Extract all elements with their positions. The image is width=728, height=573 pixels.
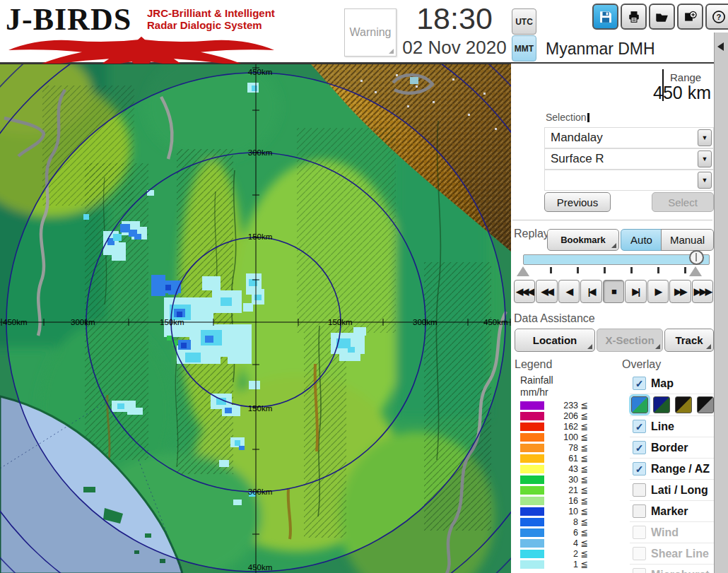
manual-button[interactable]: Manual	[661, 229, 714, 251]
overlay-row-line[interactable]: ✓Line	[630, 415, 714, 437]
slider-tick	[604, 267, 606, 273]
warning-button[interactable]: Warning	[344, 8, 397, 57]
overlay-row-range-az[interactable]: ✓Range / AZ	[630, 458, 714, 479]
playback-button-7[interactable]: ▶▶	[669, 280, 691, 303]
map-style-button[interactable]	[675, 396, 692, 413]
open-folder-button[interactable]	[649, 4, 675, 30]
svg-text:450km: 450km	[3, 318, 28, 326]
radar-map[interactable]: 450km 300km 150km 150km 300km 450km 450k…	[0, 64, 511, 573]
slider-tick	[684, 267, 686, 273]
legend-row: 2 ≦	[520, 548, 588, 559]
auto-button[interactable]: Auto	[621, 229, 662, 251]
legend-value: 2 ≦	[544, 548, 588, 559]
top-bar: J-BIRDS JRC-Brilliant & Intelligent Rada…	[0, 0, 728, 64]
checkbox[interactable]: ✓	[633, 462, 646, 475]
clock-time: 18:30	[401, 1, 507, 36]
slider-end-marker[interactable]	[689, 266, 702, 276]
print-button[interactable]	[621, 4, 647, 30]
legend-value: 6 ≦	[544, 527, 588, 538]
previous-button[interactable]: Previous	[544, 192, 611, 212]
checkbox[interactable]	[633, 568, 646, 573]
location-button[interactable]: Location	[515, 329, 595, 352]
legend-row: 43 ≦	[520, 463, 588, 474]
chevron-down-icon[interactable]: ▼	[698, 129, 712, 146]
bookmark-button[interactable]: Bookmark	[547, 229, 619, 251]
playback-button-4[interactable]: ■	[603, 280, 624, 303]
overlay-item-label: Microburst	[651, 569, 710, 573]
playback-button-3[interactable]: |◀	[580, 280, 601, 303]
legend-row: 10 ≦	[520, 506, 588, 516]
svg-text:300km: 300km	[413, 318, 438, 326]
overlay-item-label: Shear Line	[651, 548, 709, 560]
clock-date: 02 Nov 2020	[396, 37, 513, 59]
replay-slider-track[interactable]	[523, 254, 710, 265]
selection-label: Selection	[546, 112, 589, 123]
legend-value: 162 ≦	[544, 421, 588, 432]
help-button[interactable]: ?	[705, 4, 728, 30]
overlay-row-shear-line[interactable]: Shear Line	[630, 543, 714, 564]
legend-value: 233 ≦	[544, 400, 588, 410]
legend-value: 16 ≦	[544, 495, 588, 506]
checkbox[interactable]	[633, 483, 646, 497]
x-section-button[interactable]: X-Section	[597, 329, 663, 352]
legend-row: 4 ≦	[520, 538, 588, 548]
legend-value: 78 ≦	[544, 442, 588, 453]
site-dropdown[interactable]: Mandalay ▼	[544, 127, 714, 148]
overlay-row-map[interactable]: ✓Map	[630, 373, 714, 394]
overlay-item-label: Wind	[651, 526, 679, 539]
svg-text:150km: 150km	[328, 318, 353, 326]
playback-button-0[interactable]: ◀◀◀	[514, 280, 535, 303]
add-image-button[interactable]	[677, 4, 703, 30]
legend-swatch	[520, 412, 544, 420]
mmt-button[interactable]: MMT	[512, 35, 536, 61]
checkbox[interactable]: ✓	[633, 441, 646, 454]
legend-value: 1 ≦	[544, 559, 588, 569]
map-style-button[interactable]	[697, 396, 714, 413]
product-dropdown[interactable]: Surface R ▼	[544, 148, 714, 170]
checkbox[interactable]	[633, 504, 646, 518]
legend-title: Rainfall	[520, 374, 553, 386]
svg-text:150km: 150km	[248, 404, 273, 413]
playback-buttons: ◀◀◀◀◀◀|◀■▶|▶▶▶▶▶▶	[514, 280, 713, 303]
overlay-row-microburst[interactable]: Microburst	[630, 564, 714, 573]
map-style-button[interactable]	[653, 396, 670, 413]
svg-text:150km: 150km	[248, 232, 273, 241]
svg-text:?: ?	[716, 13, 721, 21]
slider-tick	[577, 267, 579, 273]
save-button[interactable]	[592, 4, 618, 30]
panel-collapse-strip[interactable]	[714, 33, 728, 573]
utc-button[interactable]: UTC	[512, 8, 536, 35]
legend-row: 30 ≦	[520, 474, 588, 485]
legend-value: 206 ≦	[544, 410, 588, 421]
overlay-row-lati-long[interactable]: Lati / Long	[630, 479, 714, 500]
legend-row: 78 ≦	[520, 442, 588, 453]
chevron-down-icon[interactable]: ▼	[698, 150, 712, 167]
select-button[interactable]: Select	[652, 192, 714, 212]
checkbox[interactable]	[633, 526, 646, 539]
overlay-row-wind[interactable]: Wind	[630, 521, 714, 543]
playback-button-6[interactable]: ▶	[647, 280, 669, 303]
playback-button-2[interactable]: ◀	[558, 280, 580, 303]
checkbox[interactable]: ✓	[633, 420, 646, 433]
playback-button-5[interactable]: ▶|	[625, 280, 646, 303]
legend-scale: 233 ≦206 ≦162 ≦100 ≦78 ≦61 ≦43 ≦30 ≦21 ≦…	[520, 400, 588, 569]
text-cursor	[587, 113, 589, 122]
playback-button-8[interactable]: ▶▶▶	[692, 280, 713, 303]
svg-text:450km: 450km	[483, 318, 508, 326]
add-image-icon	[684, 11, 697, 23]
checkbox[interactable]	[633, 547, 646, 560]
chevron-down-icon[interactable]: ▼	[698, 172, 712, 189]
option-dropdown[interactable]: ▼	[544, 170, 714, 191]
overlay-item-label: Lati / Long	[651, 484, 708, 497]
map-style-button[interactable]	[631, 396, 648, 413]
track-button[interactable]: Track	[664, 329, 714, 352]
playback-button-1[interactable]: ◀◀	[536, 280, 557, 303]
checkbox[interactable]: ✓	[633, 377, 646, 390]
overlay-row-border[interactable]: ✓Border	[630, 437, 714, 458]
slider-start-marker[interactable]	[517, 266, 529, 276]
overlay-row-marker[interactable]: Marker	[630, 500, 714, 521]
svg-text:450km: 450km	[248, 563, 273, 572]
replay-label: Replay	[514, 228, 549, 240]
replay-slider-thumb[interactable]	[689, 250, 704, 265]
svg-text:450km: 450km	[248, 68, 273, 76]
